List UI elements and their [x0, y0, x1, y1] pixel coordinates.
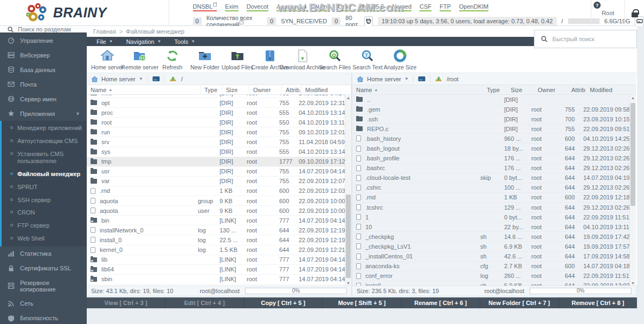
breadcrumb-home[interactable]: Главная	[93, 28, 116, 35]
service-link-ftp[interactable]: FTP	[440, 3, 451, 11]
table-row[interactable]: root [DIR] root 550 04.10.2019 13:11...	[87, 118, 345, 127]
col-owner[interactable]: Owner	[249, 85, 282, 94]
sidebar-item-cms-autoinstaller[interactable]: Автоустановщик CMS	[2, 135, 87, 148]
table-row[interactable]: srv [DIR] root 755 11.04.2018 04:59...	[87, 137, 345, 147]
table-row[interactable]: .cloud-locale-test skip 0 byt... root 64…	[352, 173, 629, 183]
table-row[interactable]: .gem [DIR] root 755 22.09.2019 09:58...	[352, 105, 629, 114]
remote-server-button[interactable]: Remote server	[124, 49, 156, 70]
table-row[interactable]: .tcshrc 129 ... root 644 29.12.2013 02:2…	[352, 203, 629, 212]
scroll-down-icon[interactable]: ▼	[345, 281, 351, 285]
table-row[interactable]: installNetwork_0 log 130 ... root 644 22…	[87, 225, 345, 235]
move-button[interactable]: Move [ Shift + 5 ]	[323, 297, 401, 308]
col-modified[interactable]: Modified	[301, 85, 351, 94]
sidebar-item-web-shell[interactable]: Web Shell	[2, 232, 87, 245]
col-name[interactable]: Name▲	[87, 85, 201, 94]
table-row[interactable]: lib [LINK] root 777 14.07.2019 04:14...	[87, 255, 345, 265]
download-archive-button[interactable]: Download Archive	[286, 49, 319, 70]
service-link-dnsbl[interactable]: DNSBL	[193, 3, 217, 11]
col-size[interactable]: Size	[222, 85, 249, 94]
table-row[interactable]: 1 0 byt... root 644 22.09.2019 11:51...	[352, 212, 629, 222]
drive-icon[interactable]	[152, 76, 160, 82]
service-link-opendkim[interactable]: OpenDKIM	[459, 3, 488, 11]
edit-button[interactable]: Edit [ Ctrl + 4 ]	[165, 297, 244, 308]
table-row[interactable]: sbin [LINK] root 777 14.07.2019 04:14...	[87, 275, 345, 284]
service-link-named[interactable]: Named	[392, 3, 411, 11]
table-row[interactable]: sys [DIR] root 555 04.10.2019 13:14...	[87, 147, 345, 157]
sidebar-item-ssl-certificates[interactable]: Сертификаты SSL	[0, 261, 87, 276]
table-row[interactable]: REPO.c [DIR] root 755 22.09.2019 09:51..…	[352, 124, 629, 134]
new-folder-button[interactable]: New Folder	[189, 49, 221, 70]
right-scrollbar[interactable]: ▲ ▼	[629, 95, 636, 286]
table-row[interactable]: _checkpkg_LsV1 sh 6.9 KB root 644 19.09.…	[352, 242, 629, 251]
table-row[interactable]: .bash_logout 18 by... root 644 29.12.201…	[352, 144, 629, 153]
col-name[interactable]: Name▲	[352, 85, 483, 94]
sidebar-item-statistics[interactable]: Статистика	[0, 247, 87, 261]
table-row[interactable]: kernel_0 log 1.5 KB root 644 22.09.2019 …	[87, 245, 345, 255]
scroll-up-icon[interactable]: ▲	[630, 96, 636, 100]
table-row[interactable]: install_0 log 22.5 ... root 644 22.09.20…	[87, 235, 345, 245]
col-owner[interactable]: Owner	[534, 85, 568, 94]
drive-icon[interactable]	[418, 76, 426, 82]
current-user[interactable]: Root	[591, 0, 624, 26]
col-attrib[interactable]: Attrib...	[282, 85, 301, 94]
table-row[interactable]: 10 22 by... root 644 04.10.2019 13:11...	[352, 222, 629, 232]
table-row[interactable]: anaconda-ks cfg 2.7 KB root 600 14.07.20…	[352, 262, 629, 271]
copy-button[interactable]: Copy [ Ctrl + 5 ]	[244, 297, 323, 308]
table-row[interactable]: _installCentos_01 sh 42.6 ... root 644 1…	[352, 252, 629, 262]
sidebar-item-network[interactable]: Сеть	[0, 296, 87, 311]
logout-button[interactable]	[624, 0, 644, 26]
menu-navigation[interactable]: Navigation▼	[120, 37, 168, 46]
table-row[interactable]: .rnd 1 KB root 600 22.09.2019 12:03...	[87, 186, 345, 196]
menu-tools[interactable]: Tools▼	[168, 37, 202, 46]
table-row[interactable]: tmp [DIR] root 1777 09.10.2019 17:12...	[87, 157, 345, 167]
table-row[interactable]: aquota group 9 KB root 600 22.09.2019 10…	[87, 196, 345, 206]
table-row[interactable]: .bash_history 960 ... root 600 04.10.201…	[352, 134, 629, 144]
table-row[interactable]: .bashrc 176 ... root 644 29.12.2013 02:2…	[352, 164, 629, 173]
left-server-selector[interactable]: Home server ▼	[91, 76, 143, 82]
table-row[interactable]: _checkpkg sh 14.6 ... root 644 19.09.201…	[352, 232, 629, 242]
table-row[interactable]: .ssh [DIR] root 700 23.09.2019 10:15...	[352, 114, 629, 124]
sidebar-item-database[interactable]: База данных	[0, 62, 87, 77]
rename-button[interactable]: Rename [ Ctrl + 6 ]	[402, 297, 480, 308]
sidebar-item-nameserver[interactable]: Сервер имен	[0, 92, 87, 106]
table-row[interactable]: .bash_profile 176 ... root 644 29.12.201…	[352, 154, 629, 164]
search-text-button[interactable]: T Search Text	[351, 49, 384, 70]
sidebar-item-mail[interactable]: Почта	[0, 77, 87, 92]
new-folder-action-button[interactable]: New Folder [ Ctrl + 7 ]	[480, 297, 559, 308]
col-attrib[interactable]: Attrib...	[568, 85, 586, 94]
table-row[interactable]: conf_error log 260 ... root 644 22.09.20…	[352, 271, 629, 281]
col-type[interactable]: Type	[201, 85, 222, 94]
remove-button[interactable]: Remove [ Ctrl + 8 ]	[559, 297, 637, 308]
service-link-dovecot[interactable]: Dovecot	[247, 3, 268, 11]
table-row[interactable]: .cshrc 100 ... root 644 29.12.2013 02:26…	[352, 183, 629, 193]
up-level-icon[interactable]	[169, 76, 177, 82]
table-row[interactable]: bin [LINK] root 777 14.07.2019 04:14...	[87, 216, 345, 225]
sidebar-item-app-manager[interactable]: Менеджер приложений	[2, 122, 87, 135]
left-scrollbar[interactable]: ▲ ▼	[345, 95, 351, 286]
table-row[interactable]: lib64 [LINK] root 777 14.07.2019 04:14..…	[87, 265, 345, 275]
col-size[interactable]: Size	[507, 85, 534, 94]
scroll-up-icon[interactable]: ▲	[345, 96, 351, 100]
table-row[interactable]: .rnd 1 KB root 600 22.09.2019 12:18...	[352, 193, 629, 203]
analyze-size-button[interactable]: Analyze Size	[384, 49, 416, 70]
sidebar-item-ssh-server[interactable]: SSH сервер	[2, 194, 87, 207]
sidebar-item-webserver[interactable]: Вебсервер	[0, 48, 87, 62]
scroll-down-icon[interactable]: ▼	[630, 281, 636, 285]
quick-search-input[interactable]: Быстрый поиск	[534, 30, 637, 48]
up-level-icon[interactable]	[435, 76, 442, 82]
table-row[interactable]: aquota user 9 KB root 600 22.09.2019 10:…	[87, 206, 345, 216]
sidebar-item-applications[interactable]: Приложения ▼	[0, 106, 87, 121]
table-row[interactable]: proc [DIR] root 555 04.10.2019 13:14...	[87, 108, 345, 118]
table-row[interactable]: var [DIR] root 755 22.09.2019 12:07...	[87, 177, 345, 186]
service-link-apache[interactable]: Apache 2.4	[276, 3, 307, 11]
sidebar-item-sprut[interactable]: SPRUT	[2, 181, 87, 194]
sidebar-item-cron[interactable]: CRON	[2, 206, 87, 219]
table-row[interactable]: run [DIR] root 755 09.10.2019 12:01...	[87, 127, 345, 137]
sidebar-item-ftp-server[interactable]: FTP сервер	[2, 219, 87, 232]
service-link-csf[interactable]: CSF	[420, 3, 432, 11]
service-link-mysql[interactable]: MySql5.5	[359, 3, 384, 11]
service-link-nginx[interactable]: Nginx	[315, 3, 330, 11]
sidebar-item-backup[interactable]: Резервное копирование	[0, 276, 87, 296]
refresh-button[interactable]: Refresh	[156, 49, 189, 70]
service-link-cron[interactable]: Cron	[338, 3, 351, 11]
